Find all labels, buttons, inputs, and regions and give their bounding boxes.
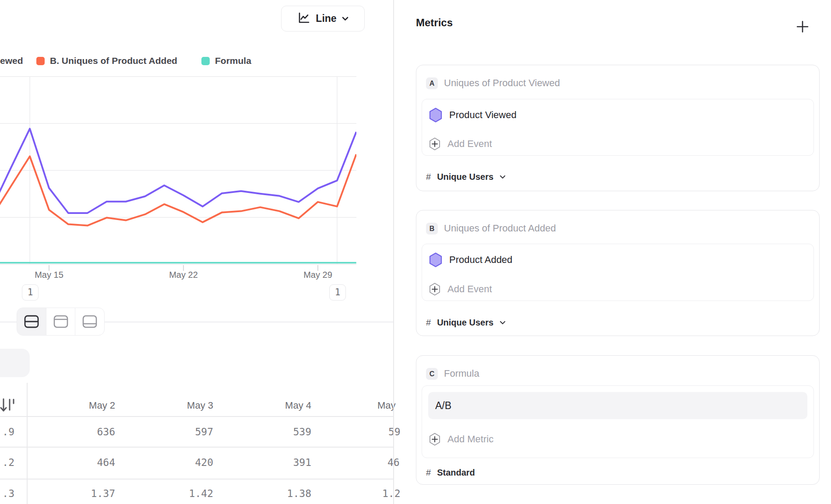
table-corner-pill[interactable] <box>0 349 30 377</box>
bottom-bar-icon <box>82 315 98 329</box>
annotation-badge[interactable]: 1 <box>22 284 39 301</box>
add-metric-label: Add Metric <box>447 434 493 445</box>
chevron-down-icon <box>500 175 506 179</box>
metric-card-title: Uniques of Product Viewed <box>444 77 560 89</box>
event-name: Product Viewed <box>449 109 517 121</box>
event-row-product-viewed[interactable]: Product Viewed <box>429 105 806 125</box>
table-row-border <box>0 447 393 448</box>
gridlines <box>0 77 356 264</box>
hash-icon: # <box>426 468 431 478</box>
table-header-cell[interactable]: May 4 <box>240 400 311 411</box>
line-chart-plot[interactable] <box>0 0 393 306</box>
formula-editor: A/B Add Metric <box>422 385 814 458</box>
table-column-divider <box>27 383 28 504</box>
metric-badge-b: B <box>426 223 438 234</box>
table-row-border <box>0 479 393 480</box>
add-metric-button[interactable]: Add Metric <box>429 430 806 449</box>
table-cell: 1.2 <box>382 488 401 499</box>
hash-icon: # <box>426 318 431 328</box>
metric-card-b: B Uniques of Product Added Product Added… <box>416 210 820 336</box>
layout-chart-bottom-button[interactable] <box>75 308 104 335</box>
chevron-down-icon <box>500 321 506 325</box>
metric-card-title: Uniques of Product Added <box>444 223 556 234</box>
add-event-label: Add Event <box>447 284 492 295</box>
measure-dropdown[interactable]: # Unique Users <box>426 316 506 329</box>
measure-label: Unique Users <box>437 318 493 328</box>
row-label: .3 <box>0 488 14 499</box>
hexagon-plus-icon <box>429 283 440 296</box>
table-cell: 1.42 <box>142 488 213 499</box>
row-label: .9 <box>0 426 14 438</box>
x-axis-label: May 29 <box>292 270 344 280</box>
x-axis-label: May 22 <box>157 270 210 280</box>
table-cell: 539 <box>240 426 311 438</box>
metrics-panel-title: Metrics <box>416 17 453 29</box>
series-line-a <box>0 129 356 213</box>
sort-descending-icon[interactable] <box>0 396 17 417</box>
add-event-button[interactable]: Add Event <box>429 280 806 299</box>
chart-series <box>0 129 356 262</box>
add-event-label: Add Event <box>447 138 492 150</box>
table-header-border <box>0 416 393 417</box>
measure-label: Unique Users <box>437 172 493 182</box>
metric-badge-c: C <box>426 368 438 380</box>
hexagon-plus-icon <box>429 433 440 446</box>
table-header-cell[interactable]: May 3 <box>142 400 213 411</box>
table-cell: 391 <box>240 457 311 468</box>
metric-card-a: A Uniques of Product Viewed Product View… <box>416 65 820 191</box>
layout-split-horizontal-button[interactable] <box>17 308 46 335</box>
table-cell: 59 <box>388 426 401 438</box>
table-header-cell[interactable]: May 2 <box>44 400 115 411</box>
formula-type-dropdown[interactable]: # Standard <box>426 466 475 479</box>
split-rows-icon <box>24 315 39 329</box>
metric-card-c: C Formula A/B Add Metric # Standard <box>416 355 820 485</box>
add-event-button[interactable]: Add Event <box>429 134 806 154</box>
table-cell: 420 <box>142 457 213 468</box>
event-list: Product Added Add Event <box>422 244 814 301</box>
add-metric-plus-icon[interactable] <box>796 20 809 33</box>
x-axis-label: May 15 <box>23 270 75 280</box>
measure-dropdown[interactable]: # Unique Users <box>426 170 506 183</box>
event-name: Product Added <box>449 254 512 266</box>
hexagon-plus-icon <box>429 137 440 150</box>
hash-icon: # <box>426 172 431 182</box>
row-label: .2 <box>0 457 14 468</box>
insights-report: Line ewed B. Uniques of Product Added Fo… <box>0 0 831 504</box>
event-hexagon-icon <box>429 252 442 267</box>
layout-chart-top-button[interactable] <box>46 308 75 335</box>
table-cell: 636 <box>44 426 115 438</box>
annotation-badge[interactable]: 1 <box>329 284 346 301</box>
series-line-b <box>0 154 356 226</box>
top-bar-icon <box>53 315 69 329</box>
event-row-product-added[interactable]: Product Added <box>429 250 806 270</box>
table-cell: 597 <box>142 426 213 438</box>
table-cell: 1.37 <box>44 488 115 499</box>
formula-type-label: Standard <box>437 468 475 478</box>
event-hexagon-icon <box>429 108 442 122</box>
formula-value: A/B <box>435 392 451 419</box>
metric-badge-a: A <box>426 77 438 89</box>
panel-divider <box>393 0 394 504</box>
formula-input[interactable]: A/B <box>428 392 807 419</box>
metric-card-title: Formula <box>444 368 479 379</box>
table-cell: 1.38 <box>240 488 311 499</box>
layout-toggle-group <box>17 308 105 336</box>
table-cell: 464 <box>44 457 115 468</box>
event-list: Product Viewed Add Event <box>422 99 814 156</box>
